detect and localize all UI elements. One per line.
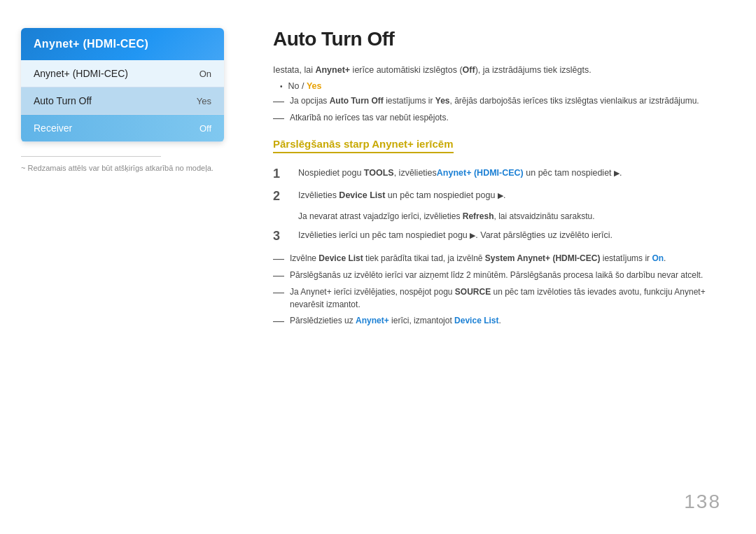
divider [21, 156, 161, 157]
note-text-2: Atkarībā no ierīces tas var nebūt iespēj… [290, 111, 449, 124]
notes-section: ― Izvēlne Device List tiek parādīta tika… [273, 252, 721, 328]
bullet-text: No / Yes [288, 81, 322, 91]
bottom-note-3: ― Ja Anynet+ ierīci izvēlējaties, nospēj… [273, 286, 721, 311]
caption-text: ~ Redzamais attēls var būt atšķirīgs atk… [21, 164, 224, 172]
bottom-note-1: ― Izvēlne Device List tiek parādīta tika… [273, 252, 721, 265]
menu-item-receiver-value: Off [200, 123, 211, 134]
section-heading: Pārslēgšanās starp Anynet+ ierīcēm [273, 138, 454, 153]
bottom-note-2: ― Pārslēgšanās uz izvēlēto ierīci var ai… [273, 269, 721, 282]
bottom-note-text-1: Izvēlne Device List tiek parādīta tikai … [290, 252, 666, 265]
note-text-1: Ja opcijas Auto Turn Off iestatījums ir … [290, 94, 699, 107]
page-number: 138 [684, 491, 721, 513]
menu-box: Anynet+ (HDMI-CEC) Anynet+ (HDMI-CEC) On… [21, 28, 224, 142]
bottom-note-4: ― Pārslēdzieties uz Anynet+ ierīci, izma… [273, 314, 721, 328]
step-2-text: Izvēlieties Device List un pēc tam nospi… [298, 188, 721, 202]
note-2: ― Atkarībā no ierīces tas var nebūt iesp… [273, 111, 721, 125]
bullet-no-yes: • No / Yes [280, 81, 721, 91]
step-3: 3 Izvēlieties ierīci un pēc tam nospiedi… [273, 228, 721, 244]
note-dash-2: ― [273, 111, 284, 125]
bottom-note-text-3: Ja Anynet+ ierīci izvēlējaties, nospējot… [290, 286, 721, 311]
menu-item-auto-turn-off[interactable]: Auto Turn Off Yes [21, 87, 224, 115]
menu-item-auto-value: Yes [197, 96, 211, 106]
bottom-note-dash-4: ― [273, 314, 284, 328]
bottom-note-text-2: Pārslēgšanās uz izvēlēto ierīci var aizņ… [290, 269, 703, 281]
step-1: 1 Nospiediet pogu TOOLS, izvēlietiesAnyn… [273, 166, 721, 182]
step-3-text: Izvēlieties ierīci un pēc tam nospiediet… [298, 228, 721, 242]
note-dash-1: ― [273, 94, 284, 108]
menu-header: Anynet+ (HDMI-CEC) [21, 28, 224, 60]
menu-item-anynet[interactable]: Anynet+ (HDMI-CEC) On [21, 60, 224, 87]
menu-item-receiver-label: Receiver [34, 122, 72, 134]
menu-item-receiver[interactable]: Receiver Off [21, 115, 224, 142]
step-2-number: 2 [273, 188, 293, 204]
bottom-note-dash-3: ― [273, 286, 284, 299]
menu-item-anynet-label: Anynet+ (HDMI-CEC) [34, 68, 128, 79]
step-2-subnote: Ja nevarat atrast vajadzīgo ierīci, izvē… [298, 210, 721, 223]
bottom-note-text-4: Pārslēdzieties uz Anynet+ ierīci, izmant… [290, 314, 501, 327]
left-panel: Anynet+ (HDMI-CEC) Anynet+ (HDMI-CEC) On… [21, 28, 245, 506]
step-3-number: 3 [273, 228, 293, 244]
step-1-text: Nospiediet pogu TOOLS, izvēlietiesAnynet… [298, 166, 721, 180]
bullet-dot-icon: • [280, 83, 283, 90]
step-2: 2 Izvēlieties Device List un pēc tam nos… [273, 188, 721, 204]
page-title: Auto Turn Off [273, 28, 721, 50]
menu-item-auto-label: Auto Turn Off [34, 95, 92, 106]
bottom-note-dash-1: ― [273, 252, 284, 265]
intro-text: Iestata, lai Anynet+ ierīce automātiski … [273, 63, 721, 77]
menu-item-anynet-value: On [200, 69, 211, 79]
step-1-number: 1 [273, 166, 293, 182]
right-panel: Auto Turn Off Iestata, lai Anynet+ ierīc… [245, 28, 721, 506]
bottom-note-dash-2: ― [273, 269, 284, 282]
steps-container: 1 Nospiediet pogu TOOLS, izvēlietiesAnyn… [273, 166, 721, 244]
note-1: ― Ja opcijas Auto Turn Off iestatījums i… [273, 94, 721, 108]
section-heading-wrapper: Pārslēgšanās starp Anynet+ ierīcēm [273, 128, 721, 160]
